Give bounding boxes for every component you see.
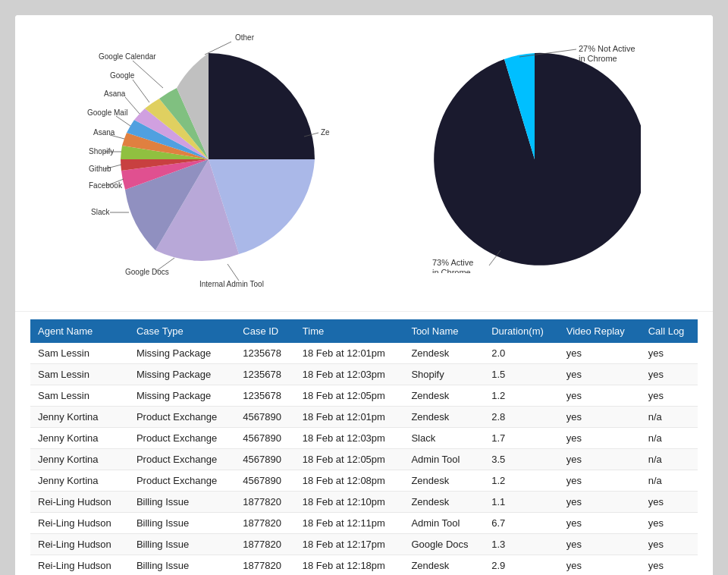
col-case-type: Case Type: [129, 319, 235, 343]
cell-duration: 1.2: [484, 470, 559, 492]
main-container: Other Google Calendar Google Asana Googl…: [15, 15, 713, 575]
svg-line-4: [116, 116, 130, 126]
cell-case-type: Billing Issue: [129, 492, 235, 513]
cell-call: n/a: [641, 470, 698, 492]
slack-label: Slack: [91, 208, 110, 216]
cell-agent: Jenny Kortina: [30, 449, 129, 470]
col-agent-name: Agent Name: [30, 319, 129, 343]
cell-case-type: Billing Issue: [129, 555, 235, 576]
google-label: Google: [110, 71, 135, 80]
cell-duration: 2.8: [484, 407, 559, 428]
cell-case-id: 1877820: [235, 555, 295, 576]
other-label: Other: [235, 33, 255, 42]
cell-call: n/a: [641, 428, 698, 449]
table-row: Rei-Ling HudsonBilling Issue187782018 Fe…: [30, 555, 698, 576]
cell-agent: Jenny Kortina: [30, 470, 129, 492]
table-row: Rei-Ling HudsonBilling Issue187782018 Fe…: [30, 534, 698, 555]
shopify-label: Shopify: [89, 147, 114, 156]
cell-call: yes: [641, 385, 698, 407]
cell-time: 18 Feb at 12:01pm: [295, 407, 404, 428]
asana2-label: Asana: [93, 128, 115, 137]
inactive-label: 27% Not Active: [579, 46, 635, 53]
table-section: Agent Name Case Type Case ID Time Tool N…: [15, 312, 713, 575]
cell-case-type: Billing Issue: [129, 534, 235, 555]
cell-duration: 1.7: [484, 428, 559, 449]
cell-agent: Rei-Ling Hudson: [30, 555, 129, 576]
zendesk-label: Zendesk: [321, 128, 330, 137]
cell-video: yes: [559, 364, 641, 385]
cell-duration: 1.2: [484, 385, 559, 407]
cell-agent: Rei-Ling Hudson: [30, 513, 129, 534]
cell-video: yes: [559, 534, 641, 555]
cell-video: yes: [559, 343, 641, 364]
cell-call: yes: [641, 534, 698, 555]
google-mail-label: Google Mail: [87, 108, 127, 117]
cell-case-type: Product Exchange: [129, 407, 235, 428]
cell-tool: Zendesk: [403, 470, 484, 492]
cell-time: 18 Feb at 12:18pm: [295, 555, 404, 576]
facebook-label: Facebook: [89, 181, 123, 190]
cell-time: 18 Feb at 12:11pm: [295, 513, 404, 534]
cell-call: yes: [641, 364, 698, 385]
cell-call: n/a: [641, 449, 698, 470]
cell-tool: Admin Tool: [403, 449, 484, 470]
cell-video: yes: [559, 449, 641, 470]
cell-time: 18 Feb at 12:05pm: [295, 449, 404, 470]
cell-duration: 1.3: [484, 534, 559, 555]
col-tool-name: Tool Name: [403, 319, 484, 343]
table-body: Sam LessinMissing Package123567818 Feb a…: [30, 343, 698, 575]
cell-video: yes: [559, 555, 641, 576]
col-video-replay: Video Replay: [559, 319, 641, 343]
cell-tool: Zendesk: [403, 385, 484, 407]
cell-tool: Zendesk: [403, 407, 484, 428]
tool-usage-chart: Other Google Calendar Google Asana Googl…: [87, 30, 330, 288]
cell-time: 18 Feb at 12:03pm: [295, 364, 404, 385]
table-header-row: Agent Name Case Type Case ID Time Tool N…: [30, 319, 698, 343]
cell-case-id: 4567890: [235, 470, 295, 492]
cell-time: 18 Feb at 12:10pm: [295, 492, 404, 513]
cell-case-id: 4567890: [235, 449, 295, 470]
cell-agent: Jenny Kortina: [30, 428, 129, 449]
table-row: Sam LessinMissing Package123567818 Feb a…: [30, 364, 698, 385]
cell-call: yes: [641, 555, 698, 576]
cell-agent: Jenny Kortina: [30, 407, 129, 428]
cell-tool: Shopify: [403, 364, 484, 385]
cell-time: 18 Feb at 12:17pm: [295, 534, 404, 555]
inactive-label2: in Chrome: [579, 54, 617, 63]
cell-duration: 3.5: [484, 449, 559, 470]
active-chrome-chart: 73% Active in Chrome 27% Not Active in C…: [428, 46, 641, 273]
table-row: Jenny KortinaProduct Exchange456789018 F…: [30, 428, 698, 449]
active-label: 73% Active: [432, 258, 473, 267]
cell-video: yes: [559, 513, 641, 534]
cell-video: yes: [559, 385, 641, 407]
cell-time: 18 Feb at 12:05pm: [295, 385, 404, 407]
cell-time: 18 Feb at 12:01pm: [295, 343, 404, 364]
cell-video: yes: [559, 428, 641, 449]
cell-duration: 6.7: [484, 513, 559, 534]
cell-case-id: 1235678: [235, 364, 295, 385]
cell-duration: 2.0: [484, 343, 559, 364]
cell-video: yes: [559, 407, 641, 428]
cell-case-id: 4567890: [235, 428, 295, 449]
cell-agent: Sam Lessin: [30, 343, 129, 364]
col-case-id: Case ID: [235, 319, 295, 343]
cell-tool: Zendesk: [403, 343, 484, 364]
cell-call: yes: [641, 343, 698, 364]
cell-case-type: Billing Issue: [129, 513, 235, 534]
table-row: Jenny KortinaProduct Exchange456789018 F…: [30, 470, 698, 492]
asana1-label: Asana: [104, 90, 126, 98]
table-row: Rei-Ling HudsonBilling Issue187782018 Fe…: [30, 492, 698, 513]
cell-tool: Google Docs: [403, 534, 484, 555]
col-duration: Duration(m): [484, 319, 559, 343]
cell-tool: Slack: [403, 428, 484, 449]
svg-line-11: [228, 264, 239, 281]
internal-admin-label: Internal Admin Tool: [199, 280, 264, 288]
svg-line-2: [133, 80, 149, 102]
github-label: Github: [89, 165, 111, 173]
cell-video: yes: [559, 492, 641, 513]
cell-case-type: Missing Package: [129, 343, 235, 364]
cell-case-type: Product Exchange: [129, 428, 235, 449]
cell-tool: Zendesk: [403, 555, 484, 576]
cell-call: yes: [641, 492, 698, 513]
charts-section: Other Google Calendar Google Asana Googl…: [15, 15, 713, 312]
